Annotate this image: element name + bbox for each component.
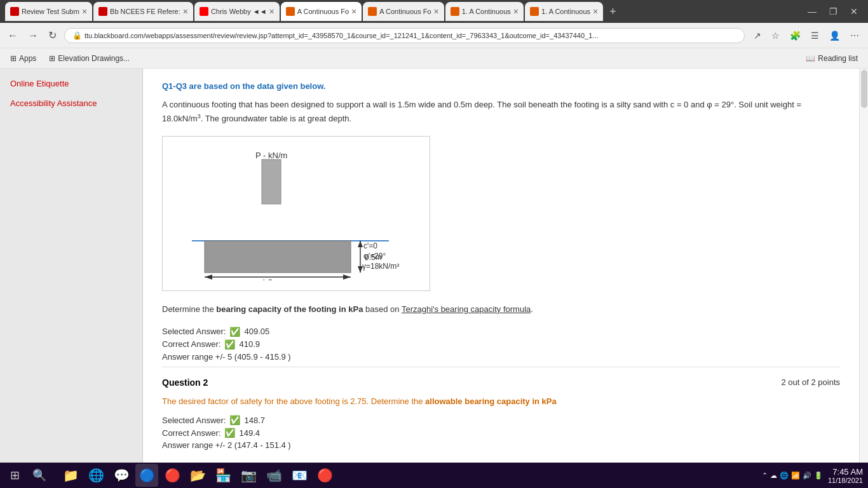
taskbar-browser[interactable]: 🌐 [85, 464, 107, 487]
tab-label-4: A Continuous Fo [297, 8, 349, 15]
tab-label-2: Bb NCEES FE Refere: [110, 8, 180, 15]
svg-text:P - kN/m: P - kN/m [255, 151, 287, 160]
network-icon[interactable]: 🌐 [780, 471, 789, 480]
tab-close-3[interactable]: × [269, 6, 275, 17]
q1-answer-section: Selected Answer: ✅ 409.05 Correct Answer… [162, 327, 840, 362]
reading-list-icon: 📖 [806, 54, 815, 63]
reading-list-button[interactable]: 📖 Reading list [801, 51, 863, 65]
wifi-icon[interactable]: 📶 [791, 471, 800, 480]
bookmark-elevation[interactable]: ⊞ Elevation Drawings... [44, 51, 135, 65]
bookmark-apps[interactable]: ⊞ Apps [5, 51, 41, 65]
up-arrow-icon[interactable]: ⌃ [762, 471, 768, 480]
scrollbar-track[interactable] [859, 69, 868, 463]
taskbar-teams[interactable]: 💬 [110, 464, 133, 487]
scrollbar-thumb[interactable] [861, 70, 867, 108]
tab-1[interactable]: Review Test Subm × [5, 2, 92, 21]
sidebar-item-accessibility[interactable]: Accessibility Assistance [0, 93, 142, 113]
menu-icon[interactable]: ⋯ [846, 28, 863, 43]
q2-selected-value: 148.7 [244, 416, 265, 425]
tab-label-6: 1. A Continuous [462, 8, 511, 15]
taskbar-photos[interactable]: 📷 [237, 464, 260, 487]
tab-label-7: 1. A Continuous [541, 8, 590, 15]
taskbar-file-explorer[interactable]: 📁 [59, 464, 82, 487]
collections-icon[interactable]: ☰ [807, 28, 823, 43]
footing-diagram: P - kN/m 0.5m [173, 147, 414, 280]
tab-3[interactable]: Chris Webby ◄◄ × [194, 2, 280, 21]
question-2-block: Question 2 2 out of 2 points The desired… [162, 367, 840, 463]
browser-toolbar: ← → ↻ 🔒 ttu.blackboard.com/webapps/asses… [0, 23, 868, 48]
taskbar-office[interactable]: 🔴 [313, 464, 336, 487]
volume-icon[interactable]: 🔊 [803, 471, 811, 480]
cloud-icon[interactable]: ☁ [770, 471, 777, 480]
taskbar-zoom[interactable]: 📹 [262, 464, 285, 487]
share-icon[interactable]: ↗ [750, 28, 765, 43]
q1-selected-label: Selected Answer: [162, 327, 226, 336]
tab-close-6[interactable]: × [513, 6, 519, 17]
tab-icon-5 [368, 7, 377, 16]
taskbar-pinned-apps: 📁 🌐 💬 🔵 🔴 📂 🏪 📷 📹 📧 🔴 [59, 464, 336, 487]
q2-title-row: Question 2 2 out of 2 points [162, 377, 840, 388]
taskbar-chrome[interactable]: 🔴 [161, 464, 184, 487]
star-icon[interactable]: ☆ [768, 28, 783, 43]
q1-selected-value: 409.05 [244, 327, 269, 336]
back-button[interactable]: ← [5, 27, 20, 44]
main-layout: Online Etiquette Accessibility Assistanc… [0, 69, 868, 463]
q1-range-text: Answer range +/- 5 (405.9 - 415.9 ) [162, 352, 291, 362]
minimize-button[interactable]: — [803, 6, 822, 17]
q1-question-text: Determine the bearing capacity of the fo… [162, 303, 840, 316]
bookmark-elevation-icon: ⊞ [49, 54, 55, 63]
taskbar-edge[interactable]: 🔵 [135, 464, 158, 487]
tab-2[interactable]: Bb NCEES FE Refere: × [93, 2, 193, 21]
profile-icon[interactable]: 👤 [825, 28, 844, 43]
tab-7[interactable]: 1. A Continuous × [525, 2, 603, 21]
tab-6[interactable]: 1. A Continuous × [445, 2, 524, 21]
q2-selected-label: Selected Answer: [162, 416, 226, 425]
sidebar-accessibility-label: Accessibility Assistance [10, 98, 97, 108]
svg-text:c'=0: c'=0 [363, 241, 377, 250]
q1-correct-check-icon: ✅ [224, 339, 235, 349]
sidebar-item-online-etiquette[interactable]: Online Etiquette [0, 74, 142, 93]
search-button[interactable]: 🔍 [27, 466, 51, 485]
q2-range-line: Answer range +/- 2 (147.4 - 151.4 ) [162, 440, 840, 450]
q2-correct-value: 149.4 [239, 428, 260, 438]
tab-5[interactable]: A Continuous Fo × [363, 2, 444, 21]
start-button[interactable]: ⊞ [5, 466, 25, 485]
address-bar[interactable]: 🔒 ttu.blackboard.com/webapps/assessment/… [64, 28, 745, 43]
taskbar-time: 7:45 AM [828, 467, 863, 477]
taskbar-clock[interactable]: 7:45 AM 11/18/2021 [828, 467, 863, 484]
tab-close-7[interactable]: × [593, 6, 598, 17]
battery-icon[interactable]: 🔋 [814, 471, 823, 480]
taskbar-files[interactable]: 📂 [186, 464, 209, 487]
refresh-button[interactable]: ↻ [46, 27, 59, 44]
tab-close-5[interactable]: × [434, 6, 439, 17]
close-button[interactable]: ✕ [845, 6, 863, 17]
taskbar-store[interactable]: 🏪 [212, 464, 234, 487]
tab-icon-7 [530, 7, 539, 16]
tab-close-2[interactable]: × [183, 6, 188, 17]
diagram-container: P - kN/m 0.5m [162, 136, 430, 291]
address-text: ttu.blackboard.com/webapps/assessment/re… [85, 32, 736, 39]
taskbar-outlook[interactable]: 📧 [288, 464, 311, 487]
taskbar-right: ⌃ ☁ 🌐 📶 🔊 🔋 7:45 AM 11/18/2021 [762, 467, 863, 484]
tab-icon-2 [98, 7, 107, 16]
window-controls: — ❐ ✕ [803, 6, 863, 17]
q1-correct-answer-line: Correct Answer: ✅ 410.9 [162, 339, 840, 349]
q1-question-body: Determine the bearing capacity of the fo… [162, 304, 533, 314]
tab-label-3: Chris Webby ◄◄ [211, 8, 267, 15]
svg-marker-7 [358, 241, 363, 247]
tab-4[interactable]: A Continuous Fo × [281, 2, 362, 21]
taskbar: ⊞ 🔍 📁 🌐 💬 🔵 🔴 📂 🏪 📷 📹 📧 🔴 ⌃ ☁ 🌐 📶 🔊 🔋 7:… [0, 463, 868, 488]
lock-icon: 🔒 [72, 31, 82, 40]
grid-icon: ⊞ [10, 54, 17, 63]
q2-correct-check-icon: ✅ [224, 428, 235, 438]
q1-range-title: Q1-Q3 are based on the data given below. [162, 81, 325, 91]
new-tab-button[interactable]: + [604, 5, 621, 18]
tab-label-1: Review Test Subm [22, 8, 79, 15]
toolbar-actions: ↗ ☆ 🧩 ☰ 👤 ⋯ [750, 28, 863, 43]
forward-button[interactable]: → [25, 27, 41, 44]
maximize-button[interactable]: ❐ [824, 6, 843, 17]
tab-close-4[interactable]: × [351, 6, 356, 17]
tab-close-1[interactable]: × [82, 6, 87, 17]
q2-title: Question 2 [162, 377, 208, 388]
extensions-icon[interactable]: 🧩 [786, 28, 804, 43]
